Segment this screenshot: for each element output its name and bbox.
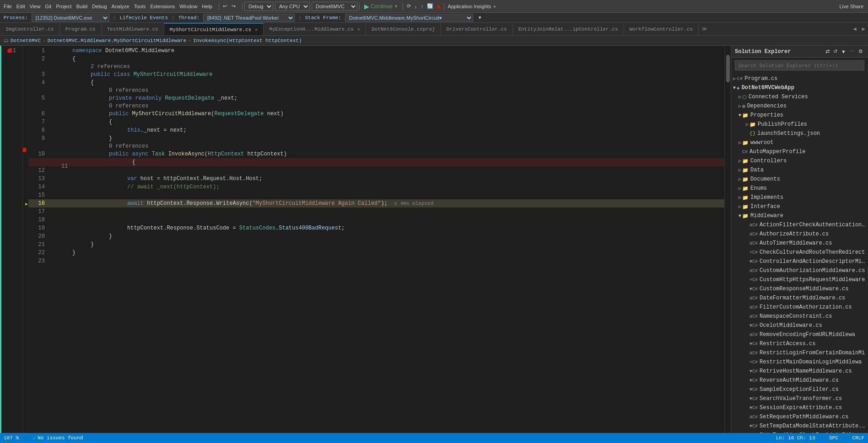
debug-config-dropdown[interactable]: Debug	[244, 2, 273, 11]
se-item-data[interactable]: ▷ 📁 Data	[731, 165, 868, 175]
tab-myshortcircuit-close[interactable]: ✕	[255, 27, 258, 32]
live-share-btn[interactable]: Live Share	[836, 3, 866, 10]
view-menu[interactable]: View	[28, 3, 43, 10]
se-item-solution[interactable]: ▼ ◈ DotNet6MVCWebApp	[731, 83, 868, 92]
expand-arrow-enums: ▷	[739, 186, 741, 191]
se-item-controllers[interactable]: ▷ 📁 Controllers	[731, 156, 868, 165]
se-item-customresponse[interactable]: ▷ ▼C# CustomResponseMiddleware.cs	[731, 284, 868, 294]
se-item-connected-services[interactable]: ▷ ⬡ Connected Services	[731, 92, 868, 101]
vertical-scrollbar[interactable]	[724, 46, 731, 433]
undo-btn[interactable]: ↩	[221, 2, 229, 10]
project-dropdown[interactable]: Dotnet6MVC	[312, 2, 357, 11]
se-item-settempdata[interactable]: ▷ ▼C# SetTempDataModelStateAttribute.cs	[731, 422, 868, 431]
file-menu[interactable]: File	[2, 3, 14, 10]
redo-btn[interactable]: ↪	[230, 2, 237, 10]
se-item-publishprofiles[interactable]: ▷ 📁 PublishProfiles	[731, 120, 868, 129]
se-item-namespace[interactable]: ▷ aC# NamespaceConstraint.cs	[731, 312, 868, 321]
se-item-documents[interactable]: ▷ 📁 Documents	[731, 175, 868, 184]
lifecycle-label: Lifecycle Events	[119, 15, 168, 21]
se-item-removeencoding[interactable]: ▷ aC# RemoveEncodingFromURLMiddlewa	[731, 330, 868, 339]
git-menu[interactable]: Git	[43, 3, 53, 10]
se-search-container	[731, 58, 868, 73]
tab-program[interactable]: Program.cs	[60, 23, 102, 35]
stack-frame-select[interactable]: Dotnet6MVC.Middleware.MyShortCircuit▾	[345, 14, 473, 22]
se-item-dateformatter[interactable]: ▷ aC# DateFormatterMiddleware.cs	[731, 294, 868, 303]
se-item-customauth[interactable]: ▷ aC# CustomAuthorizationMiddleware.cs	[731, 266, 868, 275]
solution-explorer-search[interactable]	[735, 60, 864, 70]
tab-myshortcircuit[interactable]: MyShortCircuitMiddleware.cs ✕	[164, 23, 264, 35]
cpu-dropdown[interactable]: Any CPU	[275, 2, 310, 11]
build-menu[interactable]: Build	[75, 3, 89, 10]
stop-btn[interactable]: ■	[435, 3, 442, 10]
line-number-gutter: 11	[0, 46, 23, 433]
execution-arrow: ➤	[25, 201, 28, 209]
code-editor[interactable]: 1 namespace Dotnet6MVC.Middleware 2 { 2 …	[23, 46, 731, 433]
se-item-reverseauth[interactable]: ▷ ▼C# ReverseAuthMiddleware.cs	[731, 376, 868, 385]
se-filter-btn[interactable]: ⋯	[848, 48, 856, 55]
se-item-enums[interactable]: ▷ 📁 Enums	[731, 184, 868, 193]
analyze-menu[interactable]: Analyze	[110, 3, 131, 10]
se-item-controlleraction[interactable]: ▷ ▼C# ControllerAndActionDescriptorMiddd	[731, 257, 868, 266]
se-item-implements[interactable]: ▷ 📁 Implements	[731, 193, 868, 202]
se-item-checkculture[interactable]: ▷ +C# CheckCultureAndRouteThenRedirect	[731, 248, 868, 257]
continue-button[interactable]: ▶ Continue ▼	[361, 2, 401, 11]
se-item-filtercustom[interactable]: ▷ aC# FilterCustomAuthorization.cs	[731, 303, 868, 312]
se-collapse-btn[interactable]: ▼	[840, 48, 847, 55]
tab-workflowcontroller[interactable]: WorkflowController.cs	[624, 23, 699, 35]
se-settings-btn[interactable]: ⚙	[857, 48, 864, 55]
se-item-authorize[interactable]: ▷ aC# AuthorizeAttribute.cs	[731, 230, 868, 239]
process-select[interactable]: [12352] Dotnet6MVC.exe	[32, 14, 109, 22]
project-menu[interactable]: Project	[54, 3, 73, 10]
se-item-restrictaccess[interactable]: ▷ ▼C# RestrictAccess.cs	[731, 339, 868, 348]
se-item-restrictlogin[interactable]: ▷ aC# RestrictLoginFromCertainDomainMi	[731, 348, 868, 358]
tab-entityjoin[interactable]: EntityJoinRelat...ipController.cs	[513, 23, 624, 35]
se-item-ocelot[interactable]: ▷ ▼C# OcelotMiddleware.cs	[731, 321, 868, 330]
se-item-properties[interactable]: ▼ 📁 Properties	[731, 111, 868, 120]
scrollbar-thumb[interactable]	[726, 55, 730, 82]
se-item-customhttphttps[interactable]: ▷ +C# CustomHttpHttpsRequestMiddleware	[731, 275, 868, 284]
se-item-sampleexception[interactable]: ▷ ▼C# SampleExceptionFilter.cs	[731, 385, 868, 394]
tab-driverscontroller[interactable]: DriversController.cs	[441, 23, 513, 35]
se-item-actionfilter[interactable]: ▷ aC# ActionFilterCheckAuthentication.cs	[731, 220, 868, 230]
tab-overflow[interactable]: ≫	[699, 23, 710, 35]
thread-select[interactable]: [8492] .NET ThreadPool Worker	[203, 14, 295, 22]
step-over-btn[interactable]: ⟳	[405, 2, 413, 10]
breadcrumb-project-name[interactable]: Dotnet6MVC	[11, 38, 41, 43]
se-item-interface[interactable]: ▷ 📁 Interface	[731, 202, 868, 211]
status-zoom[interactable]: 107 %	[4, 435, 19, 441]
se-item-launchsettings[interactable]: ▷ {} launchSettings.json	[731, 129, 868, 138]
se-sync-btn[interactable]: ⇄	[824, 48, 831, 55]
tab-myexception-close[interactable]: ✕	[357, 27, 360, 32]
se-item-wwwroot[interactable]: ▷ 📁 wwwroot	[731, 138, 868, 147]
tab-scroll-right[interactable]: ▶	[859, 23, 868, 35]
help-menu[interactable]: Help	[200, 3, 214, 10]
edit-menu[interactable]: Edit	[15, 3, 27, 10]
tab-imgcontroller[interactable]: ImgController.cs	[0, 23, 60, 35]
stack-frame-btn[interactable]: ▾	[477, 14, 483, 21]
se-item-sessionexpire[interactable]: ▷ ▼C# SessionExpireAttribute.cs	[731, 403, 868, 412]
debug-menu[interactable]: Debug	[90, 3, 108, 10]
se-refresh-btn[interactable]: ↺	[832, 48, 839, 55]
se-item-searchvalue[interactable]: ▷ ▼C# SearchValueTransformer.cs	[731, 394, 868, 403]
step-into-btn[interactable]: ↓	[413, 3, 419, 10]
tab-testmiddleware[interactable]: TestMiddleware.cs	[102, 23, 164, 35]
breadcrumb-namespace[interactable]: Dotnet6MVC.Middleware.MyShortCircuitMidd…	[48, 38, 187, 43]
se-item-retrivehostname[interactable]: ▷ ▼C# RetriveHostNameMiddleware.cs	[731, 367, 868, 376]
window-menu[interactable]: Window	[178, 3, 199, 10]
se-item-setrequestpath[interactable]: ▷ aC# SetRequestPathMiddleware.cs	[731, 412, 868, 422]
breadcrumb-method[interactable]: InvokeAsync(HttpContext httpContext)	[193, 38, 302, 43]
tab-myexception[interactable]: MyExceptionH...Middleware.cs ✕	[264, 23, 366, 35]
se-item-middleware-folder[interactable]: ▼ 📁 Middleware	[731, 211, 868, 220]
restart-btn[interactable]: 🔄	[425, 2, 435, 10]
tab-dotnet6console[interactable]: DotNet6Console.csproj	[366, 23, 441, 35]
tools-menu[interactable]: Tools	[132, 3, 148, 10]
se-item-restrictmain[interactable]: ▷ +C# RestrictMainDomainLoginMiddlewa	[731, 358, 868, 367]
se-item-dependencies[interactable]: ▷ ⚙ Dependencies	[731, 101, 868, 111]
se-item-autotimer[interactable]: ▷ aC# AutoTimerMiddleware.cs	[731, 239, 868, 248]
app-insights-btn[interactable]: Application Insights ▼	[446, 3, 499, 10]
se-item-automapper[interactable]: ▷ C# AutoMapperProfile	[731, 147, 868, 156]
extensions-menu[interactable]: Extensions	[148, 3, 177, 10]
tab-scroll-left[interactable]: ◀	[851, 23, 859, 35]
se-item-program-cs[interactable]: ▷ c# Program.cs	[731, 74, 868, 83]
step-out-btn[interactable]: ↑	[419, 3, 425, 10]
